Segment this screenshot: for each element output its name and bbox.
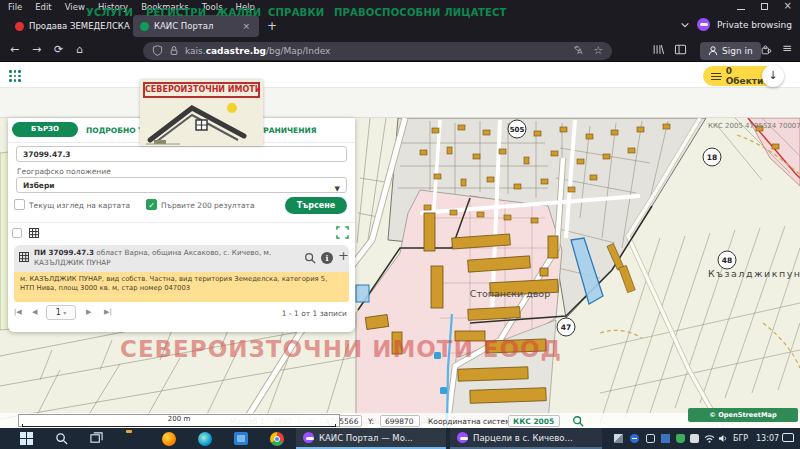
tab-quick-search[interactable]: БЪРЗО ТЪРСЕНЕ	[12, 122, 78, 137]
map-scale-bar: 200 m	[18, 414, 340, 427]
home-button[interactable]: ⌂	[76, 43, 83, 57]
geo-position-select[interactable]: Избери▼	[16, 177, 347, 193]
result-grid-icon	[19, 252, 29, 262]
url-text: kais.cadastre.bg/bg/Map/Index	[185, 46, 330, 56]
result-header[interactable]: ПИ 37099.47.3 област Варна, община Аксак…	[14, 245, 349, 272]
first-200-checkbox[interactable]: ✓	[146, 199, 157, 210]
watermark-logo: СЕВЕРОИЗТОЧНИ ИМОТИ	[140, 80, 263, 146]
window-minimize-button[interactable]	[737, 2, 745, 10]
task-view-icon[interactable]	[90, 432, 103, 445]
tab2-favicon	[140, 22, 149, 31]
status-search-icon[interactable]	[572, 415, 584, 427]
svg-text:18: 18	[707, 153, 717, 162]
firefox-icon[interactable]	[162, 432, 176, 446]
objects-menu-icon	[711, 73, 721, 80]
current-view-label: Текущ изглед на картата	[29, 201, 130, 210]
back-button[interactable]: ←	[10, 43, 19, 57]
wifi-icon[interactable]	[704, 434, 715, 443]
tray-overflow-icon[interactable]	[614, 434, 623, 443]
y-value[interactable]: 699870	[380, 415, 420, 427]
menu-view[interactable]: View	[65, 2, 85, 12]
tab2-close-icon[interactable]: ×	[242, 21, 250, 31]
photos-icon[interactable]	[234, 432, 248, 445]
site-nav	[0, 62, 800, 88]
parcel-search-input[interactable]: 37099.47.3	[16, 146, 347, 162]
browser-tab-2-active[interactable]: КАИС Портал ×	[133, 15, 259, 37]
chevron-down-icon[interactable]	[680, 20, 690, 30]
taskbar-window-kais[interactable]: КАИС Портал — Mo...	[296, 428, 446, 449]
edge-icon[interactable]	[198, 432, 212, 446]
forward-button[interactable]: →	[32, 43, 41, 57]
select-arrow-icon: ▼	[335, 182, 340, 197]
tab2-title: КАИС Портал	[154, 21, 213, 31]
result-info-icon[interactable]: i	[321, 252, 333, 264]
tray-app-icon[interactable]	[646, 434, 655, 443]
nav-test[interactable]: ТЕСТ	[478, 7, 507, 18]
svg-text:505: 505	[510, 126, 525, 134]
apps-grid-icon[interactable]	[9, 70, 21, 82]
water-marker-2	[440, 387, 447, 394]
url-field[interactable]: kais.cadastre.bg/bg/Map/Index A ☆	[143, 42, 612, 60]
nav-spravki[interactable]: СПРАВКИ	[268, 7, 324, 18]
library-icon[interactable]	[652, 43, 665, 56]
menu-edit[interactable]: Edit	[35, 2, 51, 12]
crs-label: Координатна система:	[428, 417, 518, 426]
pagination-prev[interactable]: ◀	[32, 308, 37, 316]
tray-teamviewer-icon[interactable]	[630, 434, 639, 443]
translate-icon[interactable]: A	[573, 45, 584, 56]
extensions-icon[interactable]	[760, 43, 773, 56]
farm-label: Стопански двор	[470, 288, 550, 299]
taskbar-search-icon[interactable]	[55, 432, 68, 445]
bookmark-star-icon[interactable]: ☆	[593, 44, 603, 57]
crs-select[interactable]: ККС 2005 ▾	[508, 415, 560, 427]
result-zoom-icon[interactable]	[304, 252, 316, 264]
objects-collapse-button[interactable]: ↓	[762, 65, 784, 87]
nav-zhalbi[interactable]: ЖАЛБИ	[216, 7, 261, 18]
nav-uslugi[interactable]: УСЛУГИ	[86, 7, 133, 18]
app-menu-icon[interactable]: ≡	[782, 41, 792, 55]
pagination-page-select[interactable]: 1 ▾	[46, 305, 76, 320]
lock-icon[interactable]	[169, 45, 179, 56]
account-icon	[708, 45, 718, 56]
current-view-checkbox[interactable]	[14, 199, 25, 210]
tray-blue-icon[interactable]	[661, 434, 670, 443]
browser-tab-1[interactable]: Продава ЗЕМЕДЕЛСКА ЗЕМЯ в ×	[8, 15, 130, 37]
result-details[interactable]: м. КАЗЪЛДЖИК ПУНАР, вид собств. Частна, …	[14, 272, 349, 302]
tray-camera-icon[interactable]	[690, 434, 699, 443]
select-all-checkbox[interactable]	[12, 228, 22, 238]
menu-file[interactable]: File	[8, 2, 22, 12]
tray-shield-icon[interactable]	[676, 434, 685, 443]
pagination-first[interactable]: |◀	[14, 308, 22, 316]
nav-pravosposobni[interactable]: ПРАВОСПОСОБНИ ЛИЦА	[334, 7, 479, 18]
new-tab-button[interactable]: +	[267, 19, 277, 33]
start-button[interactable]	[20, 432, 33, 445]
pagination-last[interactable]: ▶|	[104, 308, 112, 316]
sidebar-toggle-icon[interactable]	[674, 43, 687, 56]
osm-attribution[interactable]: © OpenStreetMap contributors.	[688, 408, 798, 422]
shield-icon[interactable]	[152, 45, 163, 56]
result-add-icon[interactable]: +	[338, 248, 349, 263]
speaker-icon[interactable]	[718, 434, 728, 443]
selected-parcel-2[interactable]	[356, 285, 369, 302]
expand-panel-icon[interactable]	[336, 226, 349, 239]
private-browsing-label: Private browsing	[717, 20, 792, 30]
first-200-label: Първите 200 резултата	[161, 201, 255, 210]
notification-center-icon[interactable]	[782, 433, 794, 442]
chrome-icon[interactable]	[270, 432, 284, 446]
window-maximize-button[interactable]	[761, 3, 768, 10]
pagination-info: 1 - 1 от 1 записи	[282, 309, 347, 318]
language-indicator[interactable]: БГР	[733, 434, 748, 443]
clock[interactable]: 13:07	[756, 434, 779, 443]
pagination-next[interactable]: ▶	[86, 308, 91, 316]
watermark-house-icon	[140, 98, 263, 146]
search-submit-button[interactable]: Търсене	[285, 197, 347, 214]
tab1-favicon	[15, 22, 24, 31]
water-marker-1	[434, 352, 441, 359]
nav-registri[interactable]: РЕГИСТРИ	[146, 7, 206, 18]
browser-urlbar: ← → ⟳ ⌂ kais.cadastre.bg/bg/Map/Index A …	[0, 39, 800, 62]
window-close-button[interactable]: ×	[784, 2, 792, 10]
grid-view-icon[interactable]	[29, 228, 39, 238]
reload-button[interactable]: ⟳	[54, 43, 63, 57]
taskbar-window-parceli[interactable]: Парцели в с. Кичево...	[450, 428, 602, 449]
sign-in-button[interactable]: Sign in	[700, 42, 761, 60]
